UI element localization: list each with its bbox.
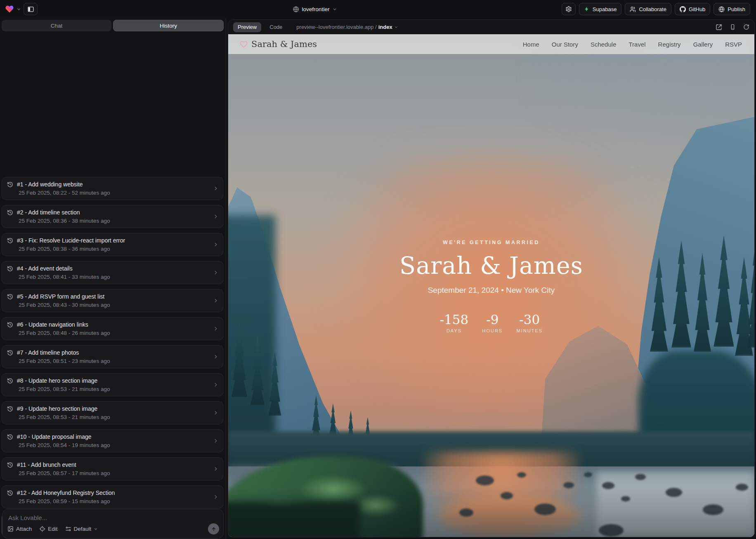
history-item-2[interactable]: #2 - Add timeline section 25 Feb 2025, 0… — [2, 205, 223, 228]
history-icon — [7, 209, 13, 216]
history-item-8[interactable]: #8 - Update hero section image 25 Feb 20… — [2, 373, 223, 396]
image-attach-icon — [7, 526, 14, 532]
collaborate-button[interactable]: Collaborate — [625, 3, 671, 15]
history-icon — [7, 266, 13, 272]
history-item-10[interactable]: #10 - Update proposal image 25 Feb 2025,… — [2, 429, 223, 452]
history-meta: 25 Feb 2025, 08:57 - 17 minutes ago — [2, 468, 223, 476]
countdown-label: DAYS — [440, 328, 469, 333]
history-item-3[interactable]: #3 - Fix: Resolve Lucide-react import er… — [2, 233, 223, 256]
countdown-label: HOURS — [479, 328, 506, 333]
chat-history-tabs: Chat History — [2, 20, 224, 31]
logo-chevron-down-icon[interactable] — [17, 7, 21, 12]
collaborate-label: Collaborate — [639, 6, 666, 12]
chevron-right-icon — [213, 410, 219, 416]
send-button[interactable] — [208, 523, 219, 534]
history-item-11[interactable]: #11 - Add brunch event 25 Feb 2025, 08:5… — [2, 457, 223, 480]
river-rock — [476, 475, 494, 485]
github-button[interactable]: GitHub — [675, 3, 710, 15]
mobile-view-button[interactable] — [730, 24, 736, 30]
history-icon — [7, 322, 13, 328]
github-label: GitHub — [689, 6, 705, 12]
lovable-logo-icon[interactable] — [5, 5, 14, 14]
history-title: #8 - Update hero section image — [17, 377, 97, 384]
hero-content: WE'RE GETTING MARRIED Sarah & James Sept… — [228, 240, 754, 333]
history-item-12[interactable]: #12 - Add Honeyfund Registry Section 25 … — [2, 485, 223, 508]
heart-icon — [240, 40, 248, 48]
tab-chat[interactable]: Chat — [2, 20, 111, 31]
river-rock — [517, 472, 526, 478]
history-title: #12 - Add Honeyfund Registry Section — [17, 490, 115, 496]
history-icon — [7, 378, 13, 384]
smartphone-icon — [730, 24, 736, 30]
tab-preview[interactable]: Preview — [233, 22, 261, 32]
target-icon — [39, 526, 45, 532]
nav-gallery[interactable]: Gallery — [693, 41, 713, 48]
history-item-6[interactable]: #6 - Update navigation links 25 Feb 2025… — [2, 317, 223, 340]
hero-eyebrow: WE'RE GETTING MARRIED — [228, 240, 754, 245]
tab-history[interactable]: History — [113, 20, 224, 31]
history-meta: 25 Feb 2025, 08:53 - 21 minutes ago — [2, 412, 223, 420]
chevron-right-icon — [213, 326, 219, 332]
history-meta: 25 Feb 2025, 08:53 - 21 minutes ago — [2, 384, 223, 392]
history-icon — [7, 406, 13, 412]
project-switcher[interactable]: lovefrontier — [293, 0, 337, 18]
chevron-right-icon — [213, 242, 219, 247]
project-name: lovefrontier — [302, 6, 330, 12]
nav-home[interactable]: Home — [523, 41, 539, 48]
chevron-right-icon — [213, 270, 219, 275]
nav-schedule[interactable]: Schedule — [591, 41, 617, 48]
site-brand[interactable]: Sarah & James — [228, 39, 317, 49]
history-title: #4 - Add event details — [17, 265, 73, 272]
open-external-button[interactable] — [716, 24, 722, 31]
mode-select-button[interactable]: Default — [65, 526, 98, 532]
history-icon — [7, 350, 13, 356]
chevron-right-icon — [213, 494, 219, 500]
sidebar: Chat History #1 - Add wedding website 25… — [0, 18, 226, 539]
users-icon — [630, 6, 636, 12]
lovable-app: lovefrontier Supabase Collabor — [0, 0, 756, 539]
history-item-9[interactable]: #9 - Update hero section image 25 Feb 20… — [2, 401, 223, 424]
supabase-bolt-icon — [584, 6, 590, 12]
nav-registry[interactable]: Registry — [658, 41, 681, 48]
site-header: Sarah & James Home Our Story Schedule Tr… — [228, 34, 754, 54]
history-item-4[interactable]: #4 - Add event details 25 Feb 2025, 08:4… — [2, 261, 223, 284]
publish-label: Publish — [728, 6, 745, 12]
preview-url[interactable]: preview--lovefrontier.lovable.app / inde… — [296, 24, 398, 30]
history-icon — [7, 294, 13, 300]
history-item-7[interactable]: #7 - Add timeline photos 25 Feb 2025, 08… — [2, 345, 223, 368]
countdown-minutes: -30 MINUTES — [516, 312, 543, 333]
refresh-icon — [743, 24, 749, 30]
settings-button[interactable] — [562, 3, 576, 15]
tab-code[interactable]: Code — [267, 24, 285, 31]
history-meta: 25 Feb 2025, 08:38 - 36 minutes ago — [2, 244, 223, 252]
history-item-1[interactable]: #1 - Add wedding website 25 Feb 2025, 08… — [2, 177, 223, 200]
hero-title: Sarah & James — [228, 252, 754, 279]
history-list: #1 - Add wedding website 25 Feb 2025, 08… — [2, 177, 223, 539]
history-item-5[interactable]: #5 - Add RSVP form and guest list 25 Feb… — [2, 289, 223, 312]
nav-our-story[interactable]: Our Story — [552, 41, 578, 48]
history-title: #11 - Add brunch event — [17, 461, 76, 468]
chevron-right-icon — [213, 354, 219, 360]
url-prefix: preview--lovefrontier.lovable.app / — [296, 24, 376, 30]
attach-button[interactable]: Attach — [7, 526, 32, 532]
countdown-hours: -9 HOURS — [479, 312, 506, 333]
attach-label: Attach — [16, 526, 32, 532]
publish-button[interactable]: Publish — [713, 3, 750, 15]
supabase-button[interactable]: Supabase — [579, 3, 622, 15]
river-rock — [584, 472, 592, 477]
history-title: #7 - Add timeline photos — [17, 349, 79, 356]
site-nav: Home Our Story Schedule Travel Registry … — [523, 41, 754, 48]
edit-button[interactable]: Edit — [39, 526, 57, 532]
site-brand-name: Sarah & James — [251, 39, 317, 49]
nav-travel[interactable]: Travel — [628, 41, 645, 48]
sidebar-toggle-button[interactable] — [24, 3, 38, 15]
chevron-right-icon — [213, 438, 219, 444]
refresh-button[interactable] — [743, 24, 749, 30]
prompt-input[interactable]: Ask Lovable... — [2, 509, 223, 521]
github-icon — [680, 6, 686, 12]
sliders-icon — [65, 526, 71, 532]
history-icon — [7, 434, 13, 440]
history-title: #1 - Add wedding website — [17, 181, 83, 188]
chevron-right-icon — [213, 298, 219, 304]
nav-rsvp[interactable]: RSVP — [725, 41, 742, 48]
